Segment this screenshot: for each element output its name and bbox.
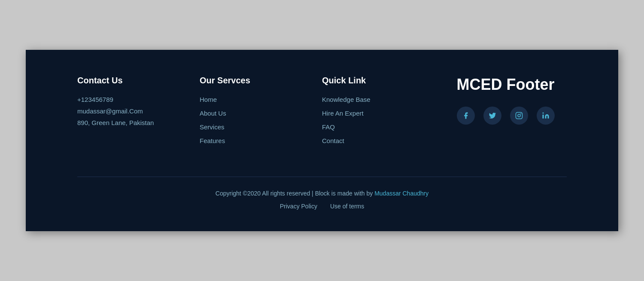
quicklink-faq-link[interactable]: FAQ <box>322 123 335 131</box>
svg-point-1 <box>518 114 520 117</box>
contact-phone: +123456789 <box>77 96 200 103</box>
services-section: Our Servces Home About Us Services Featu… <box>200 76 322 151</box>
privacy-policy-link[interactable]: Privacy Policy <box>280 203 317 210</box>
services-list: Home About Us Services Features <box>200 96 322 145</box>
instagram-icon[interactable] <box>510 107 528 125</box>
svg-point-4 <box>542 113 544 114</box>
quicklink-section: Quick Link Knowledge Base Hire An Expert… <box>322 76 444 151</box>
services-about-link[interactable]: About Us <box>200 110 226 117</box>
quicklink-expert-link[interactable]: Hire An Expert <box>322 110 364 117</box>
list-item: About Us <box>200 110 322 117</box>
list-item: Home <box>200 96 322 104</box>
quicklink-heading: Quick Link <box>322 76 444 86</box>
contact-section: Contact Us +123456789 mudassar@gmail.Com… <box>77 76 200 131</box>
author-link[interactable]: Mudassar Chaudhry <box>374 190 428 197</box>
svg-point-2 <box>520 114 521 114</box>
copyright-text: Copyright ©2020 All rights reserved | Bl… <box>77 190 567 197</box>
brand-section: MCED Footer <box>444 76 567 125</box>
svg-rect-0 <box>516 113 522 119</box>
quicklink-contact-link[interactable]: Contact <box>322 137 344 144</box>
contact-email: mudassar@gmail.Com <box>77 107 200 115</box>
twitter-icon[interactable] <box>483 107 501 125</box>
footer-top: Contact Us +123456789 mudassar@gmail.Com… <box>77 76 567 151</box>
use-of-terms-link[interactable]: Use of terms <box>330 203 364 210</box>
svg-rect-3 <box>542 115 544 119</box>
list-item: Contact <box>322 137 444 145</box>
services-features-link[interactable]: Features <box>200 137 225 144</box>
list-item: Services <box>200 123 322 131</box>
list-item: Features <box>200 137 322 145</box>
list-item: Hire An Expert <box>322 110 444 117</box>
quicklink-kb-link[interactable]: Knowledge Base <box>322 96 371 103</box>
footer-bottom: Copyright ©2020 All rights reserved | Bl… <box>77 177 567 210</box>
footer-links: Privacy Policy Use of terms <box>77 203 567 210</box>
quicklink-list: Knowledge Base Hire An Expert FAQ Contac… <box>322 96 444 145</box>
social-icons <box>457 107 555 125</box>
copyright-label: Copyright ©2020 All rights reserved | Bl… <box>216 190 373 197</box>
services-home-link[interactable]: Home <box>200 96 217 103</box>
services-heading: Our Servces <box>200 76 322 86</box>
list-item: Knowledge Base <box>322 96 444 104</box>
contact-heading: Contact Us <box>77 76 200 86</box>
footer-wrapper: Contact Us +123456789 mudassar@gmail.Com… <box>26 50 618 231</box>
services-services-link[interactable]: Services <box>200 123 225 131</box>
brand-title: MCED Footer <box>457 76 555 94</box>
list-item: FAQ <box>322 123 444 131</box>
contact-address: 890, Green Lane, Pakistan <box>77 119 200 126</box>
linkedin-icon[interactable] <box>537 107 555 125</box>
facebook-icon[interactable] <box>457 107 475 125</box>
